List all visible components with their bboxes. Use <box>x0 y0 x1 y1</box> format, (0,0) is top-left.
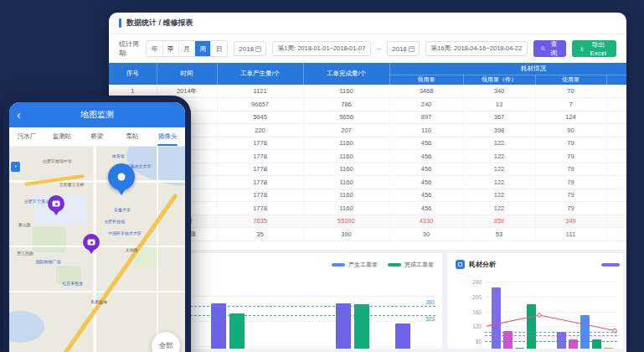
table-cell: 122 <box>463 137 535 150</box>
table-cell: 3468 <box>389 85 463 98</box>
phone-tab-监测站[interactable]: 监测站 <box>44 127 80 146</box>
table-cell: 1778 <box>217 176 303 189</box>
table-cell: 122 <box>463 189 535 202</box>
legend-label: 产生工单量 <box>348 261 378 269</box>
period-label: 统计周期: <box>119 39 140 58</box>
phone-tab-泵站[interactable]: 泵站 <box>115 127 150 146</box>
selected-location-pin[interactable] <box>108 163 135 190</box>
end-year-select[interactable]: 2018 <box>387 41 420 56</box>
map-place-label: 中国科学技术大学 <box>108 230 142 236</box>
table-cell: 35 <box>217 228 303 241</box>
bar-产生工单量 <box>395 324 410 349</box>
col-subheader: 使用量 <box>535 75 606 85</box>
table-cell: 19 <box>606 124 626 137</box>
table-cell: 456 <box>389 163 463 176</box>
table-cell: 1778 <box>217 202 303 215</box>
table-cell: 14 <box>606 228 626 241</box>
map-place-label: 国际购物广场 <box>36 259 61 264</box>
legend-swatch[interactable] <box>601 263 620 267</box>
table-cell: 1778 <box>217 150 303 163</box>
map-expander-button[interactable]: › <box>11 162 20 172</box>
map-view[interactable]: › 全部 合肥市琥珀中学体育馆安徽农业大学五里墩立交桥合肥市宁溪小学安徽大学合肥… <box>9 147 185 352</box>
map-place-label: 太湖路 <box>126 247 138 252</box>
table-cell: 90 <box>535 124 606 137</box>
bar-完成工单量 <box>354 304 369 349</box>
col-header-index: 序号 <box>109 63 157 85</box>
table-cell: 7 <box>535 98 606 111</box>
camera-marker[interactable] <box>83 234 100 251</box>
export-button-label: 导出Excel <box>588 40 609 57</box>
table-cell: 79 <box>535 150 606 163</box>
table-cell: 456 <box>389 137 463 150</box>
col-subheader: 领用量 <box>389 75 463 85</box>
table-cell: 67 <box>606 202 626 215</box>
chart-title-icon <box>456 260 465 269</box>
table-cell: 456 <box>389 150 463 163</box>
col-header-time: 时间 <box>157 63 217 85</box>
table-cell: 390 <box>303 228 389 241</box>
map-place-label: 合肥科技馆 <box>104 219 125 224</box>
phone-tab-桥梁[interactable]: 桥梁 <box>80 127 115 146</box>
table-cell: 207 <box>303 124 389 137</box>
phone-screen: ‹ 地图监测 污水厂监测站桥梁泵站摄像头 › 全部 合肥市琥珀 <box>9 102 185 352</box>
table-cell: 1160 <box>303 85 389 98</box>
show-all-button[interactable]: 全部 <box>152 332 180 352</box>
y-axis-tick: 240 <box>472 279 482 285</box>
start-year-select[interactable]: 2018 <box>234 41 266 56</box>
search-icon <box>541 45 546 52</box>
table-cell: 7635 <box>217 215 303 228</box>
map-place-label: 安徽大学 <box>114 207 131 212</box>
period-option-日[interactable]: 日 <box>211 41 227 56</box>
bar-产生工单量 <box>336 303 351 349</box>
start-week-input[interactable]: 第1周: 2018-01-01~2018-01-07 <box>272 41 371 56</box>
query-button[interactable]: 查询 <box>533 40 566 57</box>
map-place-label: 黄山路 <box>18 222 31 227</box>
table-cell: 124 <box>535 111 606 124</box>
period-option-月[interactable]: 月 <box>179 41 195 56</box>
period-option-季[interactable]: 季 <box>163 41 179 56</box>
chart-title: 耗材分析 <box>469 260 496 269</box>
period-segmented-control: 年季月周日 <box>146 40 228 57</box>
col-subheader: 金额 <box>606 75 626 85</box>
table-cell: 30 <box>389 228 463 241</box>
table-cell: 456 <box>389 202 463 215</box>
table-cell: 1778 <box>217 189 303 202</box>
reference-line-label: 323 <box>424 316 435 322</box>
table-cell: 5656 <box>303 111 389 124</box>
filter-bar: 统计周期: 年季月周日 2018 第1周: 2018-01-01~2018-01… <box>109 34 626 63</box>
end-week-input[interactable]: 第16周: 2018-04-16~2018-04-22 <box>425 41 528 56</box>
table-cell: 1778 <box>217 137 303 150</box>
table-cell: 122 <box>463 202 535 215</box>
phone-page-title: 地图监测 <box>80 109 114 121</box>
table-cell: 1160 <box>303 202 389 215</box>
table-cell: 122 <box>463 163 535 176</box>
map-lake <box>9 311 44 343</box>
camera-marker[interactable] <box>48 195 64 212</box>
table-cell: 1160 <box>303 137 389 150</box>
legend-swatch <box>332 263 345 267</box>
table-cell: 79 <box>535 189 606 202</box>
period-option-年[interactable]: 年 <box>147 41 162 56</box>
table-cell: 398 <box>463 124 535 137</box>
table-cell: 67 <box>606 176 626 189</box>
phone-header: ‹ 地图监测 <box>9 102 185 127</box>
legend-item[interactable]: 完成工单量 <box>388 261 434 269</box>
table-cell: 897 <box>389 111 463 124</box>
calendar-icon <box>409 46 415 52</box>
col-group-consumables: 耗材情况 <box>389 63 626 75</box>
export-excel-button[interactable]: 导出Excel <box>572 40 616 57</box>
reference-line-label: 360 <box>424 299 435 305</box>
back-icon[interactable]: ‹ <box>17 109 21 121</box>
trend-line <box>485 280 617 349</box>
map-road <box>9 291 185 292</box>
table-cell: 340 <box>463 85 535 98</box>
camera-icon <box>53 201 60 207</box>
period-option-周[interactable]: 周 <box>195 41 211 56</box>
legend-item[interactable]: 产生工单量 <box>332 261 378 269</box>
consumables-bar-line-chart: 2402001601208040 <box>485 280 617 349</box>
bar-完成工单量 <box>229 313 245 349</box>
phone-tab-污水厂[interactable]: 污水厂 <box>9 127 44 146</box>
table-cell: 859 <box>463 215 535 228</box>
phone-tab-摄像头[interactable]: 摄像头 <box>150 127 185 146</box>
legend-swatch <box>388 263 401 267</box>
